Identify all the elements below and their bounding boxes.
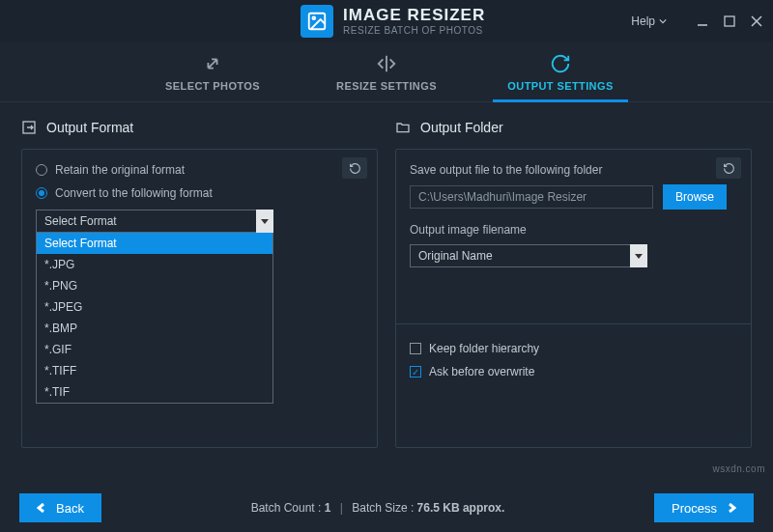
output-folder-title: Output Folder <box>420 120 503 135</box>
batch-info: Batch Count : 1 | Batch Size : 76.5 KB a… <box>251 501 505 515</box>
format-option[interactable]: *.PNG <box>37 275 272 296</box>
tab-resize-settings[interactable]: RESIZE SETTINGS <box>329 42 444 101</box>
chevron-down-icon <box>659 17 667 25</box>
maximize-button[interactable] <box>723 14 736 28</box>
format-option[interactable]: *.GIF <box>37 339 272 360</box>
image-icon <box>306 11 328 32</box>
radio-retain-format[interactable]: Retain the original format <box>36 163 363 177</box>
checkbox-checked-icon: ✓ <box>410 366 421 378</box>
filename-label: Output image filename <box>410 223 737 237</box>
format-select[interactable]: Select Format <box>36 210 273 233</box>
radio-unchecked-icon <box>36 164 47 176</box>
radio-convert-format[interactable]: Convert to the following format <box>36 186 363 200</box>
format-option[interactable]: *.JPEG <box>37 296 272 318</box>
checkbox-unchecked-icon <box>410 343 421 354</box>
chevron-down-icon[interactable] <box>630 244 647 267</box>
filename-select[interactable]: Original Name <box>410 244 647 267</box>
svg-point-1 <box>313 16 316 19</box>
app-title: IMAGE RESIZER <box>343 6 485 25</box>
format-option[interactable]: *.BMP <box>37 318 272 339</box>
format-option[interactable]: *.JPG <box>37 254 272 275</box>
save-path-label: Save output file to the following folder <box>410 163 737 177</box>
close-button[interactable] <box>750 14 763 28</box>
chevron-left-icon <box>37 503 46 513</box>
help-menu[interactable]: Help <box>631 14 667 28</box>
process-button[interactable]: Process <box>654 493 754 522</box>
export-icon <box>21 120 37 135</box>
svg-rect-2 <box>725 16 734 26</box>
app-logo <box>301 5 333 38</box>
tab-output-settings[interactable]: OUTPUT SETTINGS <box>502 42 618 101</box>
chevron-right-icon <box>727 503 736 513</box>
radio-checked-icon <box>36 187 47 199</box>
undo-icon <box>349 162 361 175</box>
format-option[interactable]: Select Format <box>37 233 272 254</box>
tab-select-photos[interactable]: SELECT PHOTOS <box>155 42 271 101</box>
keep-folder-checkbox[interactable]: Keep folder hierarchy <box>410 342 737 355</box>
refresh-icon <box>550 53 571 74</box>
reset-folder-button[interactable] <box>716 157 741 179</box>
output-format-title: Output Format <box>46 120 133 135</box>
minimize-button[interactable] <box>696 14 709 28</box>
format-option[interactable]: *.TIF <box>37 381 272 403</box>
output-path-input[interactable]: C:\Users\Madhuri\Image Resizer <box>410 185 653 209</box>
watermark: wsxdn.com <box>712 463 765 474</box>
format-option[interactable]: *.TIFF <box>37 360 272 381</box>
reset-format-button[interactable] <box>342 157 367 179</box>
ask-overwrite-checkbox[interactable]: ✓ Ask before overwrite <box>410 365 737 378</box>
undo-icon <box>723 162 735 175</box>
browse-button[interactable]: Browse <box>663 184 727 210</box>
format-dropdown: Select Format *.JPG *.PNG *.JPEG *.BMP *… <box>36 233 273 404</box>
folder-icon <box>395 120 411 135</box>
app-subtitle: RESIZE BATCH OF PHOTOS <box>343 25 485 37</box>
chevron-down-icon[interactable] <box>256 210 273 233</box>
expand-icon <box>202 53 223 74</box>
back-button[interactable]: Back <box>19 493 101 522</box>
flip-horizontal-icon <box>376 53 397 74</box>
